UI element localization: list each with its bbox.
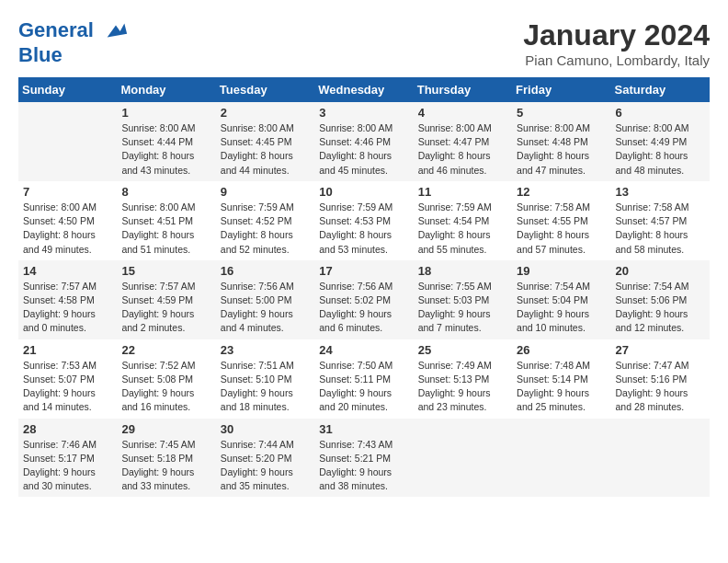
day-info: Sunrise: 7:56 AMSunset: 5:02 PMDaylight:… — [319, 280, 408, 336]
calendar-week-row: 21 Sunrise: 7:53 AMSunset: 5:07 PMDaylig… — [18, 339, 710, 419]
calendar-cell: 28 Sunrise: 7:46 AMSunset: 5:17 PMDaylig… — [18, 419, 117, 498]
day-number: 26 — [517, 343, 606, 357]
day-info: Sunrise: 7:59 AMSunset: 4:53 PMDaylight:… — [319, 201, 408, 257]
calendar-cell: 1 Sunrise: 8:00 AMSunset: 4:44 PMDayligh… — [117, 102, 215, 181]
col-header-thursday: Thursday — [414, 77, 512, 102]
col-header-tuesday: Tuesday — [216, 77, 314, 102]
calendar-cell: 8 Sunrise: 8:00 AMSunset: 4:51 PMDayligh… — [117, 181, 215, 260]
col-header-monday: Monday — [117, 77, 215, 102]
month-title: January 2024 — [523, 18, 710, 52]
day-number: 23 — [221, 343, 310, 357]
day-number: 11 — [418, 185, 507, 199]
col-header-sunday: Sunday — [18, 77, 117, 102]
day-info: Sunrise: 7:46 AMSunset: 5:17 PMDaylight:… — [23, 438, 112, 494]
day-info: Sunrise: 7:56 AMSunset: 5:00 PMDaylight:… — [221, 280, 310, 336]
day-number: 3 — [319, 106, 408, 120]
day-number: 30 — [221, 422, 310, 436]
day-number: 20 — [616, 264, 705, 278]
day-info: Sunrise: 7:52 AMSunset: 5:08 PMDaylight:… — [121, 359, 210, 415]
title-area: January 2024 Pian Camuno, Lombardy, Ital… — [523, 18, 710, 68]
calendar-week-row: 7 Sunrise: 8:00 AMSunset: 4:50 PMDayligh… — [18, 181, 710, 260]
day-info: Sunrise: 7:50 AMSunset: 5:11 PMDaylight:… — [319, 359, 408, 415]
calendar-cell: 7 Sunrise: 8:00 AMSunset: 4:50 PMDayligh… — [18, 181, 117, 260]
day-info: Sunrise: 8:00 AMSunset: 4:46 PMDaylight:… — [319, 121, 408, 178]
day-info: Sunrise: 7:54 AMSunset: 5:04 PMDaylight:… — [517, 280, 606, 336]
calendar-cell: 30 Sunrise: 7:44 AMSunset: 5:20 PMDaylig… — [216, 419, 314, 498]
logo-bird-icon — [103, 18, 129, 44]
calendar-cell: 17 Sunrise: 7:56 AMSunset: 5:02 PMDaylig… — [314, 260, 413, 339]
calendar-cell: 23 Sunrise: 7:51 AMSunset: 5:10 PMDaylig… — [216, 339, 314, 419]
calendar-cell: 15 Sunrise: 7:57 AMSunset: 4:59 PMDaylig… — [117, 260, 215, 339]
calendar-cell — [512, 419, 610, 498]
col-header-saturday: Saturday — [611, 77, 710, 102]
calendar-cell: 11 Sunrise: 7:59 AMSunset: 4:54 PMDaylig… — [414, 181, 512, 260]
calendar-header-row: SundayMondayTuesdayWednesdayThursdayFrid… — [18, 77, 710, 102]
day-info: Sunrise: 7:47 AMSunset: 5:16 PMDaylight:… — [616, 359, 705, 415]
calendar-cell: 25 Sunrise: 7:49 AMSunset: 5:13 PMDaylig… — [414, 339, 512, 419]
calendar-week-row: 1 Sunrise: 8:00 AMSunset: 4:44 PMDayligh… — [18, 102, 710, 181]
day-info: Sunrise: 7:44 AMSunset: 5:20 PMDaylight:… — [221, 438, 310, 494]
day-number: 16 — [221, 264, 310, 278]
day-number: 1 — [121, 106, 210, 120]
day-number: 18 — [418, 264, 507, 278]
day-number: 28 — [23, 422, 112, 436]
day-info: Sunrise: 7:57 AMSunset: 4:59 PMDaylight:… — [121, 280, 210, 336]
calendar-cell: 6 Sunrise: 8:00 AMSunset: 4:49 PMDayligh… — [611, 102, 710, 181]
col-header-wednesday: Wednesday — [314, 77, 413, 102]
calendar-cell: 5 Sunrise: 8:00 AMSunset: 4:48 PMDayligh… — [512, 102, 610, 181]
day-number: 29 — [121, 422, 210, 436]
day-number: 13 — [616, 185, 705, 199]
day-number: 8 — [121, 185, 210, 199]
calendar-cell — [611, 419, 710, 498]
calendar-table: SundayMondayTuesdayWednesdayThursdayFrid… — [18, 77, 710, 497]
day-info: Sunrise: 8:00 AMSunset: 4:50 PMDaylight:… — [23, 201, 112, 257]
day-number: 6 — [616, 106, 705, 120]
logo-general: General — [18, 18, 94, 41]
day-info: Sunrise: 7:59 AMSunset: 4:54 PMDaylight:… — [418, 201, 507, 257]
svg-marker-0 — [108, 24, 127, 38]
day-number: 9 — [221, 185, 310, 199]
location: Pian Camuno, Lombardy, Italy — [523, 52, 710, 68]
day-info: Sunrise: 8:00 AMSunset: 4:47 PMDaylight:… — [418, 121, 507, 178]
calendar-cell: 26 Sunrise: 7:48 AMSunset: 5:14 PMDaylig… — [512, 339, 610, 419]
calendar-cell: 22 Sunrise: 7:52 AMSunset: 5:08 PMDaylig… — [117, 339, 215, 419]
day-info: Sunrise: 7:55 AMSunset: 5:03 PMDaylight:… — [418, 280, 507, 336]
calendar-cell: 14 Sunrise: 7:57 AMSunset: 4:58 PMDaylig… — [18, 260, 117, 339]
page-header: General Blue January 2024 Pian Camuno, L… — [18, 18, 710, 68]
day-number: 5 — [517, 106, 606, 120]
day-number: 17 — [319, 264, 408, 278]
day-number: 25 — [418, 343, 507, 357]
day-number: 24 — [319, 343, 408, 357]
calendar-cell: 31 Sunrise: 7:43 AMSunset: 5:21 PMDaylig… — [314, 419, 413, 498]
calendar-cell: 20 Sunrise: 7:54 AMSunset: 5:06 PMDaylig… — [611, 260, 710, 339]
day-number: 10 — [319, 185, 408, 199]
calendar-cell: 2 Sunrise: 8:00 AMSunset: 4:45 PMDayligh… — [216, 102, 314, 181]
day-info: Sunrise: 8:00 AMSunset: 4:51 PMDaylight:… — [121, 201, 210, 257]
calendar-cell — [18, 102, 117, 181]
day-info: Sunrise: 7:45 AMSunset: 5:18 PMDaylight:… — [121, 438, 210, 494]
day-info: Sunrise: 7:49 AMSunset: 5:13 PMDaylight:… — [418, 359, 507, 415]
calendar-cell: 18 Sunrise: 7:55 AMSunset: 5:03 PMDaylig… — [414, 260, 512, 339]
day-number: 7 — [23, 185, 112, 199]
col-header-friday: Friday — [512, 77, 610, 102]
day-info: Sunrise: 7:51 AMSunset: 5:10 PMDaylight:… — [221, 359, 310, 415]
day-info: Sunrise: 8:00 AMSunset: 4:44 PMDaylight:… — [121, 121, 210, 178]
day-number: 2 — [221, 106, 310, 120]
day-number: 31 — [319, 422, 408, 436]
day-info: Sunrise: 7:43 AMSunset: 5:21 PMDaylight:… — [319, 438, 408, 494]
day-info: Sunrise: 7:59 AMSunset: 4:52 PMDaylight:… — [221, 201, 310, 257]
day-number: 22 — [121, 343, 210, 357]
day-number: 4 — [418, 106, 507, 120]
day-info: Sunrise: 7:58 AMSunset: 4:55 PMDaylight:… — [517, 201, 606, 257]
day-info: Sunrise: 7:58 AMSunset: 4:57 PMDaylight:… — [616, 201, 705, 257]
calendar-week-row: 14 Sunrise: 7:57 AMSunset: 4:58 PMDaylig… — [18, 260, 710, 339]
day-info: Sunrise: 7:54 AMSunset: 5:06 PMDaylight:… — [616, 280, 705, 336]
calendar-cell: 12 Sunrise: 7:58 AMSunset: 4:55 PMDaylig… — [512, 181, 610, 260]
calendar-cell: 24 Sunrise: 7:50 AMSunset: 5:11 PMDaylig… — [314, 339, 413, 419]
day-number: 12 — [517, 185, 606, 199]
day-info: Sunrise: 7:57 AMSunset: 4:58 PMDaylight:… — [23, 280, 112, 336]
calendar-cell: 3 Sunrise: 8:00 AMSunset: 4:46 PMDayligh… — [314, 102, 413, 181]
logo-blue: Blue — [18, 43, 63, 66]
calendar-cell — [414, 419, 512, 498]
day-number: 19 — [517, 264, 606, 278]
